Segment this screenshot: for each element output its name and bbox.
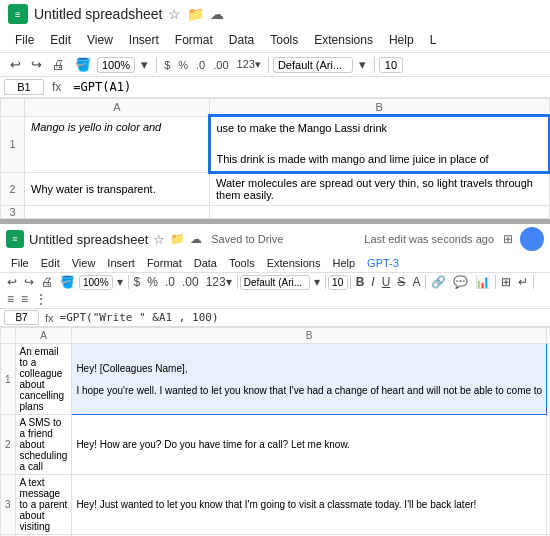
decimal-increase-btn[interactable]: .00 xyxy=(210,57,231,73)
cloud-icon[interactable]: ☁ xyxy=(210,6,224,22)
bot-menu-view[interactable]: View xyxy=(67,255,101,271)
print-btn[interactable]: 🖨 xyxy=(48,55,69,74)
bot-menu-tools[interactable]: Tools xyxy=(224,255,260,271)
bot-a2[interactable]: A SMS to a friend about scheduling a cal… xyxy=(15,415,72,475)
undo-btn[interactable]: ↩ xyxy=(6,55,25,74)
bot-print[interactable]: 🖨 xyxy=(38,274,56,290)
bot-redo[interactable]: ↪ xyxy=(21,274,37,290)
top-formula-bar: B1 fx =GPT(A1) xyxy=(0,77,550,98)
bot-valign[interactable]: ≡ xyxy=(4,291,17,307)
bot-bold[interactable]: B xyxy=(353,274,368,290)
star-icon-bottom[interactable]: ☆ xyxy=(153,232,165,247)
bot-decimal2[interactable]: .00 xyxy=(179,274,202,290)
user-avatar[interactable] xyxy=(520,227,544,251)
table-row: 2 A SMS to a friend about scheduling a c… xyxy=(1,415,551,475)
bot-menu-edit[interactable]: Edit xyxy=(36,255,65,271)
menu-file[interactable]: File xyxy=(8,30,41,50)
bot-menu-extensions[interactable]: Extensions xyxy=(262,255,326,271)
bot-font-arrow[interactable]: ▾ xyxy=(311,274,323,290)
bot-link[interactable]: 🔗 xyxy=(428,274,449,290)
font-size[interactable]: 10 xyxy=(379,57,403,73)
menu-view[interactable]: View xyxy=(80,30,120,50)
bot-undo[interactable]: ↩ xyxy=(4,274,20,290)
cell-b1[interactable]: use to make the Mango Lassi drink This d… xyxy=(210,116,550,172)
bot-textcolor[interactable]: A xyxy=(409,274,423,290)
bot-percent[interactable]: % xyxy=(144,274,161,290)
bot-chart[interactable]: 📊 xyxy=(472,274,493,290)
col-header-b: B xyxy=(210,99,550,117)
bot-a1[interactable]: An email to a colleague about cancelling… xyxy=(15,344,72,415)
cell-a2[interactable]: Why water is transparent. xyxy=(25,172,210,206)
bot-italic[interactable]: I xyxy=(368,274,377,290)
menu-tools[interactable]: Tools xyxy=(263,30,305,50)
menu-format[interactable]: Format xyxy=(168,30,220,50)
cell-a3[interactable] xyxy=(25,206,210,219)
bot-wrap[interactable]: ↵ xyxy=(515,274,531,290)
bot-a3[interactable]: A text message to a parent about visitin… xyxy=(15,475,72,535)
format-num-btn[interactable]: 123▾ xyxy=(234,56,264,73)
sheets-logo-top: ≡ xyxy=(8,4,28,24)
bot-menu-help[interactable]: Help xyxy=(327,255,360,271)
sheets-logo-bottom: ≡ xyxy=(6,230,24,248)
cloud-icon-bottom[interactable]: ☁ xyxy=(190,232,202,246)
cell-b3[interactable] xyxy=(210,206,550,219)
bot-menu-format[interactable]: Format xyxy=(142,255,187,271)
bot-menu-gpt[interactable]: GPT-3 xyxy=(362,255,404,271)
bot-zoom-arrow[interactable]: ▾ xyxy=(114,274,126,290)
bot-fontsize[interactable]: 10 xyxy=(328,275,348,290)
bot-menu-data[interactable]: Data xyxy=(189,255,222,271)
decimal-decrease-btn[interactable]: .0 xyxy=(193,57,208,73)
bot-dollar[interactable]: $ xyxy=(131,274,144,290)
star-icon[interactable]: ☆ xyxy=(168,6,181,22)
zoom-arrow[interactable]: ▾ xyxy=(137,55,152,74)
bot-c1[interactable] xyxy=(546,344,550,415)
row-num-3: 3 xyxy=(1,206,25,219)
bottom-formula-bar: B7 fx =GPT("Write " &A1 , 100) xyxy=(0,309,550,327)
bot-paint[interactable]: 🪣 xyxy=(57,274,78,290)
folder-icon-bottom[interactable]: 📁 xyxy=(170,232,185,246)
bot-comment[interactable]: 💬 xyxy=(450,274,471,290)
bot-cell-ref[interactable]: B7 xyxy=(4,310,39,325)
cell-b2[interactable]: Water molecules are spread out very thin… xyxy=(210,172,550,206)
bot-format-num[interactable]: 123▾ xyxy=(203,274,235,290)
bot-more[interactable]: ⋮ xyxy=(32,291,50,307)
bot-b3[interactable]: Hey! Just wanted to let you know that I'… xyxy=(72,475,546,535)
formula-input[interactable]: =GPT(A1) xyxy=(69,79,546,95)
folder-icon[interactable]: 📁 xyxy=(187,6,204,22)
menu-data[interactable]: Data xyxy=(222,30,261,50)
bot-underline[interactable]: U xyxy=(379,274,394,290)
bot-rn-1: 1 xyxy=(1,344,16,415)
menu-edit[interactable]: Edit xyxy=(43,30,78,50)
percent-btn[interactable]: % xyxy=(175,57,191,73)
menu-help[interactable]: Help xyxy=(382,30,421,50)
paint-btn[interactable]: 🪣 xyxy=(71,55,95,74)
grid-icon[interactable]: ⊞ xyxy=(503,232,513,246)
bot-b2[interactable]: Hey! How are you? Do you have time for a… xyxy=(72,415,546,475)
bot-menu-insert[interactable]: Insert xyxy=(102,255,140,271)
cell-a1[interactable]: Mango is yello in color and xyxy=(25,116,210,172)
bot-strikethrough[interactable]: S xyxy=(394,274,408,290)
cell-reference[interactable]: B1 xyxy=(4,79,44,95)
top-spreadsheet: ≡ Untitled spreadsheet ☆ 📁 ☁ File Edit V… xyxy=(0,0,550,221)
sep2 xyxy=(268,57,269,73)
bot-decimal1[interactable]: .0 xyxy=(162,274,178,290)
dollar-btn[interactable]: $ xyxy=(161,57,173,73)
bot-b1[interactable]: Hey! [Colleagues Name],I hope you're wel… xyxy=(72,344,546,415)
bot-formula[interactable]: =GPT("Write " &A1 , 100) xyxy=(60,311,219,324)
bot-zoom[interactable]: 100% xyxy=(79,275,113,290)
bot-halign[interactable]: ≡ xyxy=(18,291,31,307)
font-selector[interactable]: Default (Ari... xyxy=(273,57,353,73)
redo-btn[interactable]: ↪ xyxy=(27,55,46,74)
bot-menu-file[interactable]: File xyxy=(6,255,34,271)
font-arrow[interactable]: ▾ xyxy=(355,55,370,74)
bot-c3[interactable] xyxy=(546,475,550,535)
bot-merge[interactable]: ⊞ xyxy=(498,274,514,290)
menu-extensions[interactable]: Extensions xyxy=(307,30,380,50)
menu-insert[interactable]: Insert xyxy=(122,30,166,50)
fx-icon: fx xyxy=(48,80,65,94)
bot-sep6 xyxy=(495,275,496,289)
menu-l[interactable]: L xyxy=(423,30,444,50)
bot-font[interactable]: Default (Ari... xyxy=(240,275,310,290)
bot-c2[interactable]: a classmate xyxy=(546,415,550,475)
zoom-selector[interactable]: 100% xyxy=(97,57,135,73)
